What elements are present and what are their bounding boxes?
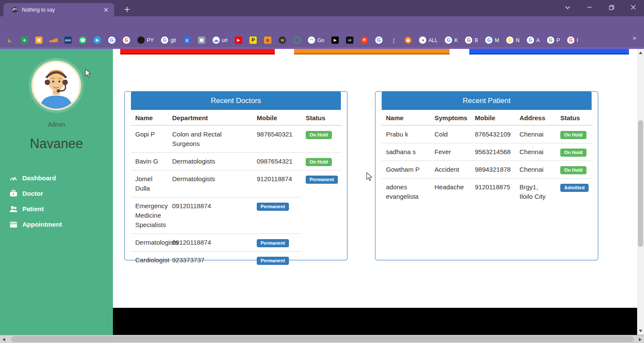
status-badge: Admitted bbox=[560, 184, 589, 192]
status-badge: On Hold bbox=[560, 149, 586, 157]
bookmark-icon: G bbox=[108, 36, 115, 44]
bookmark-label: P bbox=[556, 37, 560, 43]
bookmark-label: I bbox=[577, 37, 578, 43]
bookmark-item[interactable]: G M bbox=[485, 36, 499, 44]
admin-avatar-illustration bbox=[33, 62, 79, 109]
bookmarks-bar: ◣ + ▤ ▃▅▇ IEEE ☎ ▶ bbox=[0, 33, 644, 47]
bookmark-item[interactable]: G K bbox=[445, 36, 458, 44]
scroll-down-arrow-icon[interactable] bbox=[639, 330, 642, 332]
patient-symptoms: Fever bbox=[430, 143, 471, 161]
patient-symptoms: Cold bbox=[430, 125, 471, 143]
vertical-scrollbar-thumb[interactable] bbox=[638, 120, 643, 247]
doctor-mobile: 9876540321 bbox=[252, 125, 301, 153]
bookmark-icon: ▶ bbox=[94, 36, 101, 44]
new-tab-button[interactable] bbox=[122, 4, 132, 15]
horizontal-scrollbar-thumb[interactable] bbox=[11, 336, 634, 342]
scroll-right-arrow-icon[interactable] bbox=[639, 338, 641, 341]
bookmark-item[interactable] bbox=[293, 36, 301, 44]
status-badge: Permanent bbox=[257, 203, 289, 211]
bookmark-item[interactable]: ||| bbox=[183, 36, 191, 44]
bookmark-item[interactable]: G P bbox=[547, 36, 560, 44]
bookmark-item[interactable]: ◉ bbox=[264, 36, 271, 44]
window-minimize-button[interactable] bbox=[583, 2, 596, 13]
bookmark-item[interactable]: ▶ bbox=[94, 36, 101, 44]
bookmark-icon: G bbox=[465, 36, 472, 44]
bookmark-item[interactable]: G git bbox=[161, 36, 176, 44]
scroll-up-arrow-icon[interactable] bbox=[639, 52, 642, 54]
bookmark-icon: + bbox=[21, 36, 28, 44]
bookmark-item[interactable]: Я bbox=[361, 36, 368, 44]
site-favicon-icon bbox=[11, 6, 18, 13]
status-badge: Permanent bbox=[306, 176, 338, 184]
bookmark-item[interactable]: ▶ bbox=[235, 36, 242, 44]
sidebar-item-doctor[interactable]: Doctor bbox=[0, 185, 113, 201]
bookmark-item[interactable]: + bbox=[21, 36, 28, 44]
bookmark-item[interactable]: PY bbox=[137, 36, 154, 44]
patient-address: Brgy1, Iloilo City bbox=[515, 179, 556, 206]
patient-address: Chennai bbox=[515, 161, 556, 179]
col-header-name: Name bbox=[382, 110, 430, 125]
bookmarks-overflow-chevron[interactable]: » bbox=[633, 34, 636, 41]
sidebar-item-appointment[interactable]: Appointment bbox=[0, 216, 113, 232]
bookmark-item[interactable]: G bbox=[375, 36, 383, 44]
bookmark-item[interactable]: w bbox=[279, 36, 286, 44]
window-restore-button[interactable] bbox=[605, 2, 618, 13]
doctor-mobile: 923373737 bbox=[168, 252, 252, 269]
bookmark-icon: ☎ bbox=[79, 36, 86, 44]
scroll-left-arrow-icon[interactable] bbox=[3, 338, 5, 341]
sidebar-item-dashboard[interactable]: Dashboard bbox=[0, 170, 113, 185]
bookmark-item[interactable]: ◉ bbox=[404, 36, 412, 44]
sidebar-item-patient[interactable]: Patient bbox=[0, 201, 113, 216]
window-close-button[interactable] bbox=[627, 2, 640, 13]
bookmark-item[interactable]: ◠ Go bbox=[308, 36, 324, 44]
bookmark-icon: G bbox=[445, 36, 452, 44]
bookmark-item[interactable]: ▦ bbox=[198, 36, 205, 44]
bookmark-item[interactable]: ʃ bbox=[390, 36, 397, 44]
tab-search-chevron-icon[interactable] bbox=[561, 2, 574, 13]
bookmark-icon: cl bbox=[346, 36, 353, 44]
horizontal-scrollbar[interactable] bbox=[0, 335, 644, 343]
bookmark-item[interactable]: ◑ ALL bbox=[419, 36, 437, 44]
doctor-name: Jomel Dulla bbox=[131, 170, 168, 197]
bookmark-icon: ☁ bbox=[213, 36, 220, 44]
stat-card-edge bbox=[294, 49, 450, 55]
patient-name: Prabu k bbox=[382, 125, 430, 143]
bookmark-item[interactable]: ☎ bbox=[79, 36, 86, 44]
bookmark-item[interactable]: P bbox=[249, 36, 257, 44]
bookmark-item[interactable]: ▤ bbox=[35, 36, 43, 44]
bookmark-item[interactable]: ☁ url bbox=[213, 36, 228, 44]
stat-card-edge bbox=[469, 49, 629, 55]
bookmark-icon: ▶ bbox=[235, 36, 242, 44]
bookmark-item[interactable]: G A bbox=[527, 36, 540, 44]
col-header-status: Status bbox=[301, 110, 342, 125]
bookmark-icon bbox=[293, 36, 301, 44]
col-header-mobile: Mobile bbox=[252, 110, 301, 125]
doctor-name: Bavin G bbox=[131, 153, 168, 170]
bookmark-item[interactable]: ▶ bbox=[331, 36, 339, 44]
col-header-symptoms: Symptoms bbox=[430, 110, 471, 125]
bookmark-item[interactable]: ◣ bbox=[6, 36, 13, 44]
patient-name: Gowtham P bbox=[382, 161, 430, 179]
bookmark-item[interactable]: cl bbox=[346, 36, 353, 44]
bookmark-item[interactable]: G I bbox=[567, 36, 578, 44]
patient-symptoms: Headache bbox=[430, 179, 471, 206]
col-header-mobile: Mobile bbox=[471, 110, 515, 125]
stat-card-edge bbox=[120, 49, 275, 55]
bookmark-item[interactable]: ▃▅▇ bbox=[50, 36, 57, 44]
bookmark-item[interactable]: G bbox=[108, 36, 115, 44]
bookmark-item[interactable]: G B bbox=[465, 36, 478, 44]
doctor-mobile: 09120118874 bbox=[168, 234, 252, 252]
doctor-mobile: 0987654321 bbox=[252, 153, 301, 170]
vertical-scrollbar[interactable] bbox=[637, 49, 644, 335]
tab-close-icon[interactable] bbox=[102, 6, 110, 14]
bookmark-item[interactable]: G bbox=[123, 36, 130, 44]
footer-bar bbox=[113, 308, 637, 335]
bookmark-item[interactable]: G N bbox=[506, 36, 519, 44]
appointment-calendar-icon bbox=[9, 221, 18, 228]
bookmark-item[interactable]: IEEE bbox=[64, 36, 72, 44]
doctor-row: Gopi P Colon and Rectal Surgeons 9876540… bbox=[131, 125, 342, 153]
browser-tab[interactable]: Nothing to say bbox=[3, 3, 114, 16]
patient-row: Prabu k Cold 8765432109 Chennai On Hold bbox=[382, 125, 592, 143]
sidebar-item-label: Dashboard bbox=[22, 174, 56, 182]
doctor-department: Cardiologist bbox=[131, 252, 168, 269]
